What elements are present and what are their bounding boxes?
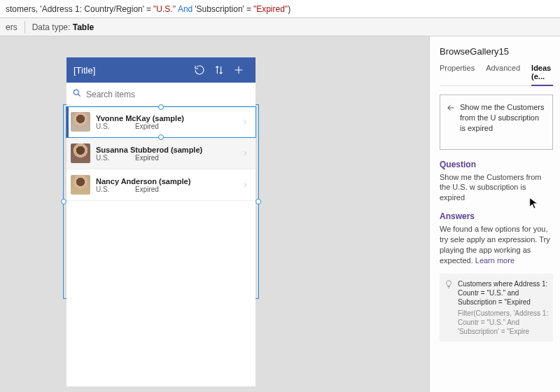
datatype-label: Data type: <box>32 22 71 32</box>
ideas-query-box[interactable]: Show me the Customers from the U subscri… <box>440 94 553 150</box>
add-icon[interactable] <box>229 60 248 80</box>
tab-ideas[interactable]: Ideas (e... <box>531 64 553 86</box>
datatype-value: Table <box>73 22 94 32</box>
tab-properties[interactable]: Properties <box>440 64 475 85</box>
search-input[interactable] <box>86 90 250 99</box>
row-location: U.S. <box>96 186 135 193</box>
formula-bar[interactable]: stomers, 'Address 1: Country/Region' = "… <box>0 0 560 18</box>
answers-text: We found a few options for you, try sele… <box>440 224 553 265</box>
lightbulb-icon <box>444 279 454 336</box>
question-heading: Question <box>440 160 553 169</box>
list-item-text: Susanna Stubberod (sample) U.S.Expired <box>96 146 240 162</box>
meta-bar: ers Data type: Table <box>0 18 560 36</box>
back-arrow-icon[interactable] <box>446 102 456 115</box>
search-icon <box>72 88 82 101</box>
gallery[interactable]: Yvonne McKay (sample) U.S.Expired Susann… <box>66 106 255 201</box>
row-name: Nancy Anderson (sample) <box>96 177 240 186</box>
app-header: [Title] <box>66 57 255 83</box>
chevron-right-icon[interactable] <box>240 148 250 158</box>
svg-point-0 <box>74 90 78 94</box>
row-status: Expired <box>135 186 159 193</box>
app-title[interactable]: [Title] <box>74 65 190 76</box>
avatar <box>71 112 90 132</box>
list-item[interactable]: Nancy Anderson (sample) U.S.Expired <box>66 169 255 201</box>
design-canvas[interactable]: [Title] Yvon <box>0 36 429 392</box>
chevron-right-icon[interactable] <box>240 117 250 127</box>
chevron-right-icon[interactable] <box>240 180 250 190</box>
mobile-preview[interactable]: [Title] Yvon <box>66 57 255 386</box>
list-item[interactable]: Yvonne McKay (sample) U.S.Expired <box>66 106 255 138</box>
answers-heading: Answers <box>440 211 553 221</box>
tab-advanced[interactable]: Advanced <box>486 64 520 85</box>
answer-formula: Filter(Customers, 'Address 1: Countr = "… <box>458 309 549 336</box>
refresh-icon[interactable] <box>190 60 209 80</box>
panel-tabs: Properties Advanced Ideas (e... <box>440 64 553 86</box>
query-text: Show me the Customers from the U subscri… <box>460 102 547 134</box>
list-item[interactable]: Susanna Stubberod (sample) U.S.Expired <box>66 138 255 169</box>
answer-card[interactable]: Customers where Address 1: Countr = "U.S… <box>440 274 553 342</box>
list-item-text: Nancy Anderson (sample) U.S.Expired <box>96 177 240 193</box>
row-status: Expired <box>135 154 159 162</box>
resize-handle-right[interactable] <box>255 199 261 204</box>
row-name: Susanna Stubberod (sample) <box>96 146 240 154</box>
search-row[interactable] <box>66 83 255 106</box>
list-item-text: Yvonne McKay (sample) U.S.Expired <box>96 114 240 130</box>
row-location: U.S. <box>96 122 135 130</box>
resize-handle-left[interactable] <box>61 199 66 204</box>
properties-panel: BrowseGallery15 Properties Advanced Idea… <box>429 36 560 392</box>
avatar <box>71 175 90 195</box>
control-name: BrowseGallery15 <box>440 46 553 57</box>
sort-icon[interactable] <box>209 60 229 80</box>
formula-text: stomers, <box>6 4 38 14</box>
row-status: Expired <box>135 122 159 130</box>
divider <box>24 21 25 34</box>
row-location: U.S. <box>96 154 135 162</box>
avatar <box>71 144 90 163</box>
meta-ers: ers <box>6 22 18 32</box>
learn-more-link[interactable]: Learn more <box>475 256 514 265</box>
row-name: Yvonne McKay (sample) <box>96 114 240 122</box>
question-text: Show me the Customers from the U.S. w su… <box>440 172 553 204</box>
answer-title: Customers where Address 1: Countr = "U.S… <box>458 279 549 307</box>
